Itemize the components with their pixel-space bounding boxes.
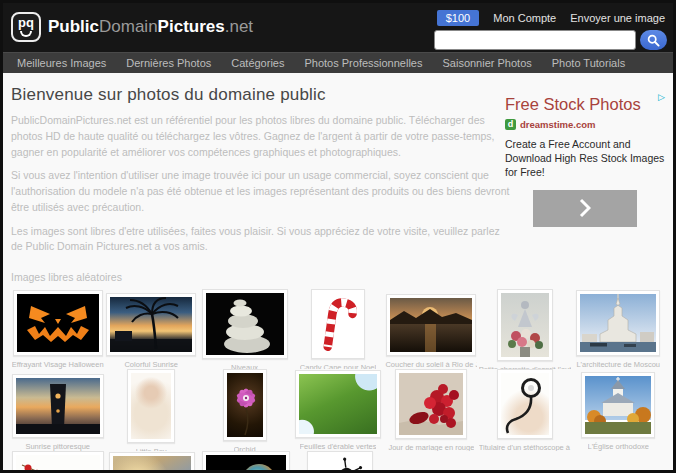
gallery-row-1: Effrayant Visage Halloween: [11, 289, 665, 369]
gallery-item-baby[interactable]: Little Boy: [104, 369, 197, 451]
thumbnail-stethoscope[interactable]: [501, 373, 549, 435]
pd-icon-smile: [20, 31, 32, 37]
stethoscope-art: [501, 373, 549, 435]
adchoices-icon[interactable]: ▷: [658, 93, 665, 102]
upload-image-link[interactable]: Envoyer une image: [570, 12, 665, 24]
thumbnail-tower-sunset[interactable]: [16, 378, 100, 434]
site-header: pq PublicDomainPictures.net $100 Mon Com…: [3, 3, 673, 52]
thumbnail-caption[interactable]: Colorful Sunrise: [124, 360, 177, 369]
orchid-art: [227, 373, 263, 437]
thumbnail-caption[interactable]: Titulaire d'un stéthoscope à la main: [479, 443, 571, 451]
thumbnail-angel-flowers[interactable]: [501, 293, 549, 357]
thumbnail-caption[interactable]: Coucher du soleil à Rio de Janeiro: [385, 360, 477, 369]
gallery-row-2: Sunrise pittoresque Little Boy: [11, 369, 665, 451]
gallery-item-angel-flowers[interactable]: Petite charrette d'esprit l'automne: [478, 289, 571, 369]
gallery-item-moscow[interactable]: L'architecture de Moscou: [572, 289, 665, 369]
price-badge-link[interactable]: $100: [437, 10, 479, 26]
thumbnail-palm-sunrise[interactable]: [110, 297, 192, 352]
gallery-item-ladybug[interactable]: Red Coccinelle Clipart: [293, 451, 387, 473]
thumbnail-caption[interactable]: L'Église orthodoxe: [588, 442, 649, 451]
intro-text-block: Bienvenue sur photos du domaine public P…: [11, 85, 513, 255]
search-icon: [647, 34, 660, 47]
intro-paragraph-3: Les images sont libres d'etre utilisées,…: [11, 224, 513, 256]
thumbnail-orthodox-church[interactable]: [585, 376, 651, 434]
ad-cta-button[interactable]: [533, 190, 637, 227]
thumbnail-rio-sunset[interactable]: [390, 298, 472, 352]
intro-paragraph-1: PublicDomainPictures.net est un référent…: [11, 113, 513, 160]
search-input[interactable]: [434, 30, 636, 50]
thumbnail-zen-stones[interactable]: [206, 293, 284, 355]
thumbnail-caption[interactable]: L'architecture de Moscou: [576, 360, 660, 369]
thumbnail-holly-berries[interactable]: [16, 455, 100, 473]
bubbles-art: [206, 455, 286, 473]
angel-flowers-art: [501, 293, 549, 357]
dreamstime-logo-icon: d: [505, 119, 516, 130]
thumbnail-caption[interactable]: Sunrise pittoresque: [25, 442, 90, 451]
ad-title-link[interactable]: Free Stock Photos: [505, 95, 665, 114]
pd-mascot-icon: pq: [11, 12, 41, 42]
nav-item-latest-photos[interactable]: Dernières Photos: [116, 57, 221, 69]
ad-advertiser-name: dreamstime.com: [520, 119, 596, 130]
holly-berries-art: [16, 455, 100, 473]
page-title: Bienvenue sur photos du domaine public: [11, 85, 513, 105]
main-navigation: Meilleures Images Dernières Photos Catég…: [3, 52, 673, 73]
ladybug-clipart-art: [311, 455, 369, 473]
nav-item-photo-tutorials[interactable]: Photo Tutorials: [542, 57, 635, 69]
gallery-item-holly[interactable]: Présente babioles et de houx: [11, 451, 105, 473]
thumbnail-frost-sun[interactable]: [113, 456, 191, 473]
pd-icon-letters: pq: [13, 15, 39, 30]
site-logo[interactable]: pq PublicDomainPictures.net: [11, 12, 253, 42]
thumbnail-caption[interactable]: Effrayant Visage Halloween: [12, 360, 104, 369]
gallery-item-zen-stones[interactable]: Niveaux: [198, 289, 291, 369]
thumbnail-bubbles[interactable]: [206, 455, 286, 473]
thumbnail-baby[interactable]: [131, 373, 171, 439]
gallery-item-frost[interactable]: Gui: [105, 451, 199, 473]
search-button[interactable]: [640, 30, 667, 50]
gallery-item-church[interactable]: L'Église orthodoxe: [572, 369, 665, 451]
thumbnail-caption[interactable]: Jour de mariage en rouge: [388, 443, 474, 451]
ad-advertiser-link[interactable]: d dreamstime.com: [505, 119, 665, 130]
gallery-item-red-roses[interactable]: Jour de mariage en rouge: [385, 369, 478, 451]
logo-part-pictures: Pictures: [158, 17, 225, 36]
page-content: Bienvenue sur photos du domaine public P…: [3, 85, 673, 473]
thumbnail-candy-cane[interactable]: [315, 293, 361, 355]
gallery-item-palm-sunrise[interactable]: Colorful Sunrise: [104, 289, 197, 369]
thumbnail-caption[interactable]: Feuilles d'érable vertes: [300, 442, 377, 451]
gallery-item-stethoscope[interactable]: Titulaire d'un stéthoscope à la main: [478, 369, 571, 451]
image-gallery: Effrayant Visage Halloween: [11, 289, 665, 473]
nav-item-categories[interactable]: Catégories: [221, 57, 294, 69]
gallery-item-orchid[interactable]: Orchid: [198, 369, 291, 451]
moscow-building-art: [580, 294, 656, 352]
gallery-item-rio-sunset[interactable]: Coucher du soleil à Rio de Janeiro: [385, 289, 478, 369]
red-roses-art: [399, 373, 463, 435]
tower-sunset-art: [16, 378, 100, 434]
candy-cane-art: [315, 293, 361, 355]
ad-unit: ▷ Free Stock Photos d dreamstime.com Cre…: [505, 93, 665, 227]
thumbnail-orchid[interactable]: [227, 373, 263, 437]
nav-item-seasonal-photos[interactable]: Saisonnier Photos: [432, 57, 541, 69]
thumbnail-ladybug-clipart[interactable]: [311, 455, 369, 473]
ad-body-text: Create a Free Account and Download High …: [505, 137, 665, 180]
thumbnail-green-leaves[interactable]: [299, 374, 377, 434]
gallery-item-green-leaves[interactable]: Feuilles d'érable vertes: [291, 369, 384, 451]
my-account-link[interactable]: Mon Compte: [493, 12, 556, 24]
header-links: $100 Mon Compte Envoyer une image: [437, 10, 665, 26]
site-logo-text: PublicDomainPictures.net: [48, 17, 253, 37]
gallery-item-bubbles[interactable]: Bulles: [199, 451, 293, 473]
nav-item-professional-photos[interactable]: Photos Professionnelles: [294, 57, 432, 69]
logo-part-public: Public: [48, 17, 99, 36]
random-images-section-title: Images libres aléatoires: [11, 271, 665, 283]
gallery-item-halloween[interactable]: Effrayant Visage Halloween: [11, 289, 104, 369]
intro-paragraph-2: Si vous avez l'intention d'utiliser une …: [11, 168, 513, 215]
thumbnail-wedding-roses[interactable]: [399, 373, 463, 435]
thumbnail-moscow-architecture[interactable]: [580, 294, 656, 352]
orthodox-church-art: [585, 376, 651, 434]
browser-viewport: pq PublicDomainPictures.net $100 Mon Com…: [0, 0, 676, 473]
thumbnail-halloween-pumpkin[interactable]: [17, 294, 99, 352]
nav-item-best-images[interactable]: Meilleures Images: [7, 57, 116, 69]
chevron-right-icon: [579, 198, 591, 218]
logo-part-net: .net: [225, 17, 253, 36]
gallery-item-candy-cane[interactable]: Candy Cane pour Noel: [291, 289, 384, 369]
gallery-item-tower-sunset[interactable]: Sunrise pittoresque: [11, 369, 104, 451]
halloween-pumpkin-art: [17, 294, 99, 352]
